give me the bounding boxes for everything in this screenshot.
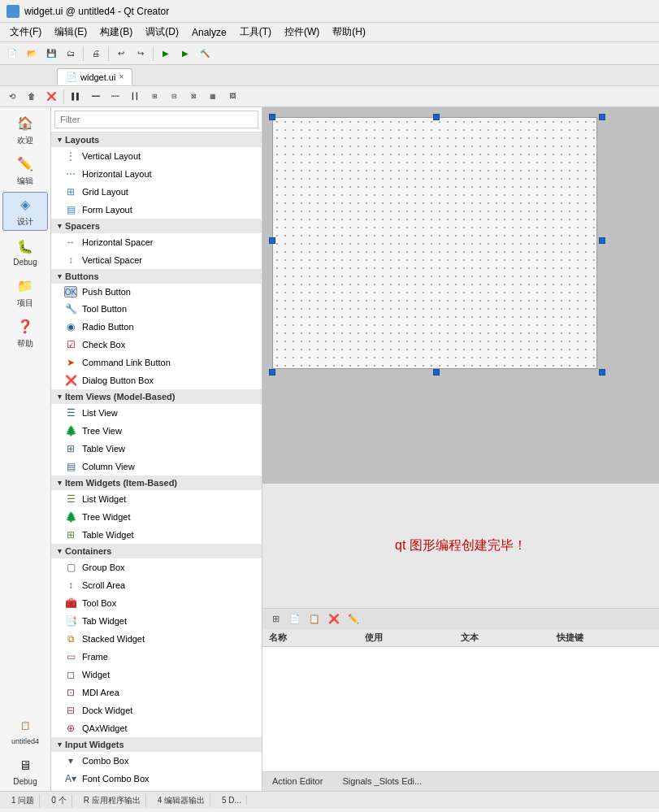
- widget-vertical-spacer[interactable]: ↕ Vertical Spacer: [51, 251, 262, 269]
- handle-br[interactable]: [599, 369, 605, 376]
- design-tb-4[interactable]: ▌▌: [67, 88, 85, 106]
- action-btn-5[interactable]: ✏️: [345, 610, 362, 627]
- tab-signals-slots[interactable]: Signals _Slots Edi...: [336, 775, 428, 788]
- redo-btn[interactable]: ↪: [132, 45, 150, 63]
- widget-form-layout[interactable]: ▤ Form Layout: [51, 201, 262, 219]
- tab-widget-ui[interactable]: 📄 widget.ui ×: [57, 68, 132, 85]
- sidebar-item-project[interactable]: 📁 项目: [2, 273, 48, 312]
- menu-file[interactable]: 文件(F): [3, 24, 48, 41]
- tab-action-editor[interactable]: Action Editor: [266, 775, 329, 788]
- widget-stacked-widget[interactable]: ⧉ Stacked Widget: [51, 630, 262, 648]
- tab-close-btn[interactable]: ×: [119, 72, 124, 81]
- design-tb-11[interactable]: ▦: [204, 88, 222, 106]
- widget-table-widget[interactable]: ⊞ Table Widget: [51, 526, 262, 544]
- design-tb-5[interactable]: ━━: [87, 88, 105, 106]
- widget-tab-widget[interactable]: 📑 Tab Widget: [51, 612, 262, 630]
- sidebar-item-project2[interactable]: 📋 untitled4: [2, 711, 48, 750]
- menu-help[interactable]: 帮助(H): [326, 24, 372, 41]
- menu-analyze[interactable]: Analyze: [185, 25, 233, 40]
- menu-tools[interactable]: 工具(T): [233, 24, 278, 41]
- status-d[interactable]: 5 D...: [217, 795, 247, 805]
- sidebar-item-edit[interactable]: ✏️ 编辑: [2, 151, 48, 190]
- design-preview-btn[interactable]: 🖼: [223, 88, 241, 106]
- handle-tl[interactable]: [269, 114, 275, 120]
- category-layouts[interactable]: ▾ Layouts: [51, 132, 262, 147]
- sidebar-item-debug2[interactable]: 🖥 Debug: [2, 752, 48, 791]
- debug-run-btn[interactable]: ▶: [176, 45, 194, 63]
- widget-vertical-layout[interactable]: ⋮ Vertical Layout: [51, 147, 262, 165]
- widget-combo-box[interactable]: ▾ Combo Box: [51, 752, 262, 770]
- handle-mr[interactable]: [599, 237, 605, 244]
- design-tb-6[interactable]: ┅┅: [106, 88, 124, 106]
- widget-frame[interactable]: ▭ Frame: [51, 648, 262, 666]
- save-all-btn[interactable]: 🗂: [62, 45, 80, 63]
- widget-group-box[interactable]: ▢ Group Box: [51, 558, 262, 576]
- handle-ml[interactable]: [269, 237, 275, 244]
- category-item-widgets[interactable]: ▾ Item Widgets (Item-Based): [51, 475, 262, 490]
- spacers-arrow: ▾: [58, 222, 62, 230]
- handle-bl[interactable]: [269, 369, 275, 376]
- menu-debug[interactable]: 调试(D): [139, 24, 185, 41]
- filter-input[interactable]: [54, 111, 258, 128]
- status-app-output[interactable]: R 应用程序输出: [79, 794, 146, 807]
- menu-build[interactable]: 构建(B): [93, 24, 139, 41]
- new-file-btn[interactable]: 📄: [3, 45, 21, 63]
- handle-bc[interactable]: [433, 369, 440, 376]
- menu-controls[interactable]: 控件(W): [278, 24, 326, 41]
- action-btn-1[interactable]: ⊞: [267, 610, 284, 627]
- action-btn-4[interactable]: ❌: [326, 610, 342, 627]
- design-tb-2[interactable]: 🗑: [23, 88, 41, 106]
- category-input-widgets[interactable]: ▾ Input Widgets: [51, 737, 262, 752]
- status-problems: 1 问题: [7, 794, 40, 807]
- run-btn[interactable]: ▶: [157, 45, 175, 63]
- widget-tree-widget[interactable]: 🌲 Tree Widget: [51, 508, 262, 526]
- status-editor-output[interactable]: 4 编辑器输出: [153, 794, 210, 807]
- sidebar-item-debug[interactable]: 🐛 Debug: [2, 232, 48, 271]
- print-btn[interactable]: 🖨: [87, 45, 105, 63]
- handle-tr[interactable]: [599, 114, 605, 120]
- widget-list-view[interactable]: ☰ List View: [51, 404, 262, 422]
- build-btn[interactable]: 🔨: [196, 45, 214, 63]
- design-tb-9[interactable]: ⊟: [165, 88, 183, 106]
- widget-qax-widget[interactable]: ⊕ QAxWidget: [51, 719, 262, 737]
- action-btn-3[interactable]: 📋: [306, 610, 323, 627]
- sidebar-item-design[interactable]: ◈ 设计: [2, 192, 48, 231]
- design-tb-7[interactable]: ┃┃: [126, 88, 144, 106]
- design-tb-8[interactable]: ⊞: [145, 88, 163, 106]
- widget-mdi-area[interactable]: ⊡ MDI Area: [51, 684, 262, 701]
- widget-dialog-button-box[interactable]: ❌ Dialog Button Box: [51, 371, 262, 389]
- design-canvas[interactable]: [272, 117, 597, 369]
- widget-tool-box[interactable]: 🧰 Tool Box: [51, 594, 262, 612]
- sidebar-item-welcome[interactable]: 🏠 欢迎: [2, 111, 48, 150]
- widget-tool-button[interactable]: 🔧 Tool Button: [51, 300, 262, 318]
- design-tb-3[interactable]: ❌: [42, 88, 60, 106]
- widget-horizontal-spacer[interactable]: ↔ Horizontal Spacer: [51, 233, 262, 251]
- category-item-views[interactable]: ▾ Item Views (Model-Based): [51, 389, 262, 404]
- design-tb-10[interactable]: ⊠: [184, 88, 202, 106]
- open-file-btn[interactable]: 📂: [23, 45, 41, 63]
- widget-font-combo-box[interactable]: A▾ Font Combo Box: [51, 770, 262, 788]
- menu-edit[interactable]: 编辑(E): [48, 24, 93, 41]
- undo-btn[interactable]: ↩: [112, 45, 130, 63]
- widget-column-view[interactable]: ▤ Column View: [51, 458, 262, 475]
- handle-tc[interactable]: [433, 114, 440, 120]
- widget-horizontal-layout[interactable]: ⋯ Horizontal Layout: [51, 165, 262, 183]
- widget-list-widget[interactable]: ☰ List Widget: [51, 490, 262, 508]
- design-tb-1[interactable]: ⟲: [3, 88, 21, 106]
- widget-check-box[interactable]: ☑ Check Box: [51, 336, 262, 354]
- action-btn-2[interactable]: 📄: [287, 610, 303, 627]
- widget-widget[interactable]: ◻ Widget: [51, 666, 262, 684]
- widget-radio-button[interactable]: ◉ Radio Button: [51, 318, 262, 336]
- widget-grid-layout[interactable]: ⊞ Grid Layout: [51, 183, 262, 201]
- category-containers[interactable]: ▾ Containers: [51, 544, 262, 558]
- widget-scroll-area[interactable]: ↕ Scroll Area: [51, 576, 262, 594]
- widget-dock-widget[interactable]: ⊟ Dock Widget: [51, 701, 262, 719]
- widget-push-button[interactable]: OK Push Button: [51, 284, 262, 300]
- widget-tree-view[interactable]: 🌲 Tree View: [51, 422, 262, 440]
- widget-command-link-button[interactable]: ➤ Command Link Button: [51, 354, 262, 371]
- category-spacers[interactable]: ▾ Spacers: [51, 219, 262, 233]
- widget-table-view[interactable]: ⊞ Table View: [51, 440, 262, 458]
- category-buttons[interactable]: ▾ Buttons: [51, 269, 262, 284]
- save-btn[interactable]: 💾: [42, 45, 60, 63]
- sidebar-item-help[interactable]: ❓ 帮助: [2, 314, 48, 353]
